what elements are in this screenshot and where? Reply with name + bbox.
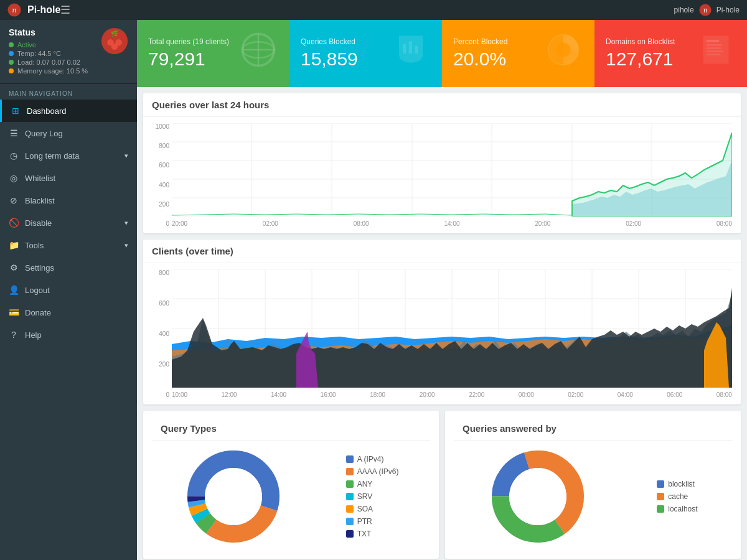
stat-cards: Total queries (19 clients) 79,291 Querie…: [137, 20, 747, 87]
nav-long-term[interactable]: ◷ Long term data ▾: [0, 144, 137, 167]
nav-donate-label: Donate: [25, 308, 51, 317]
memory-dot: [9, 68, 14, 73]
domains-blocklist-value: 127,671: [606, 49, 675, 70]
legend-blocklist: blocklist: [657, 480, 697, 488]
svg-point-68: [205, 468, 262, 525]
queries-blocked-icon: [391, 30, 431, 77]
topbar-pihole-icon: π: [699, 4, 712, 16]
nav-logout[interactable]: 👤 Logout: [0, 279, 137, 301]
queries-answered-legend: blocklist cache localhost: [657, 480, 697, 513]
raspberry-logo: 🌿: [101, 27, 128, 55]
nav-help-label: Help: [25, 330, 42, 340]
nav-help[interactable]: ? Help: [0, 324, 137, 346]
nav-blacklist-label: Blacklist: [25, 196, 55, 205]
query-log-icon: ☰: [9, 128, 19, 138]
legend-srv: SRV: [346, 492, 399, 501]
svg-rect-23: [707, 54, 721, 55]
nav-blacklist[interactable]: ⊘ Blacklist: [0, 189, 137, 212]
bottom-panels: Query Types: [143, 411, 741, 559]
legend-localhost: localhost: [657, 505, 697, 513]
status-active: Active: [9, 41, 88, 49]
stat-percent-blocked: Percent Blocked 20.0%: [442, 20, 594, 87]
queries-answered-title: Queries answered by: [454, 417, 732, 441]
percent-blocked-label: Percent Blocked: [453, 37, 507, 46]
legend-soa: SOA: [346, 505, 399, 513]
total-queries-icon: [238, 30, 278, 77]
logout-icon: 👤: [9, 285, 19, 295]
nav-disable[interactable]: 🚫 Disable ▾: [0, 212, 137, 234]
status-temp: Temp: 44.5 °C: [9, 50, 88, 57]
queries-chart-panel: Queries over last 24 hours 1000800600400…: [143, 93, 741, 233]
legend-any: ANY: [346, 480, 399, 488]
hamburger-icon[interactable]: ☰: [60, 3, 70, 17]
query-types-content: A (IPv4) AAAA (IPv6) ANY SRV: [152, 441, 430, 553]
legend-cache-label: cache: [668, 492, 688, 501]
clients-y-axis: 8006004002000: [152, 269, 172, 398]
pihole-logo-icon: π: [7, 3, 21, 17]
nav-settings-label: Settings: [25, 263, 54, 273]
legend-txt-label: TXT: [357, 530, 372, 538]
clients-chart-svg: [172, 269, 732, 388]
legend-any-label: ANY: [357, 480, 373, 488]
nav-tools[interactable]: 📁 Tools ▾: [0, 234, 137, 256]
nav-query-log[interactable]: ☰ Query Log: [0, 122, 137, 144]
status-memory-label: Memory usage: 10.5 %: [17, 67, 88, 75]
svg-point-73: [509, 468, 566, 525]
temp-dot: [9, 51, 14, 56]
nav-whitelist-label: Whitelist: [25, 174, 55, 183]
top-navbar: π Pi-hole ☰ pihole π Pi-hole: [0, 0, 747, 20]
nav-donate[interactable]: 💳 Donate: [0, 301, 137, 324]
tools-arrow: ▾: [125, 241, 128, 250]
legend-srv-label: SRV: [357, 492, 372, 501]
total-queries-label: Total queries (19 clients): [148, 37, 229, 46]
whitelist-icon: ◎: [9, 173, 19, 183]
topbar-user: pihole: [674, 6, 694, 14]
disable-arrow: ▾: [125, 219, 128, 227]
svg-text:π: π: [703, 7, 707, 14]
nav-disable-label: Disable: [25, 218, 52, 228]
status-active-label: Active: [17, 41, 36, 49]
svg-rect-20: [707, 44, 723, 46]
legend-blocklist-dot: [657, 480, 664, 488]
main-content: Total queries (19 clients) 79,291 Querie…: [137, 20, 747, 560]
legend-cache-dot: [657, 493, 664, 500]
sidebar: Status Active Temp: 44.5 °C Load: 0.07 0…: [0, 20, 137, 560]
nav-dashboard[interactable]: ⊞ Dashboard: [0, 100, 137, 122]
clients-chart-title: Clients (over time): [143, 240, 741, 263]
domains-blocklist-icon: [696, 30, 736, 77]
clients-chart-panel: Clients (over time) 8006004002000: [143, 240, 741, 404]
legend-localhost-dot: [657, 505, 664, 513]
nav-query-log-label: Query Log: [25, 129, 63, 138]
legend-soa-dot: [346, 505, 354, 513]
clients-chart-body: 8006004002000: [143, 263, 741, 404]
percent-blocked-icon: [543, 30, 583, 77]
nav-dashboard-label: Dashboard: [27, 106, 67, 116]
nav-settings[interactable]: ⚙ Settings: [0, 256, 137, 279]
legend-ipv6: AAAA (IPv6): [346, 467, 399, 476]
legend-ipv6-label: AAAA (IPv6): [357, 467, 399, 476]
dashboard-icon: ⊞: [11, 106, 21, 116]
stat-queries-blocked: Queries Blocked 15,859: [289, 20, 442, 87]
sidebar-status: Status Active Temp: 44.5 °C Load: 0.07 0…: [0, 20, 137, 84]
queries-blocked-value: 15,859: [301, 49, 358, 70]
nav-tools-label: Tools: [25, 241, 44, 250]
legend-ptr-dot: [346, 518, 354, 525]
legend-soa-label: SOA: [357, 505, 373, 513]
stat-total-queries: Total queries (19 clients) 79,291: [137, 20, 289, 87]
brand-name: Pi-hole: [27, 4, 60, 16]
svg-rect-14: [409, 41, 412, 54]
legend-ipv4-label: A (IPv4): [357, 455, 384, 464]
legend-localhost-label: localhost: [668, 505, 697, 513]
svg-text:🌿: 🌿: [111, 30, 119, 37]
active-dot: [9, 42, 14, 47]
nav-whitelist[interactable]: ◎ Whitelist: [0, 167, 137, 189]
legend-ptr: PTR: [346, 517, 399, 526]
tools-icon: 📁: [9, 240, 19, 250]
query-types-title: Query Types: [152, 417, 430, 441]
svg-rect-15: [415, 46, 418, 54]
status-load-label: Load: 0.07 0.07 0.02: [17, 58, 80, 66]
queries-chart-body: 10008006004002000: [143, 117, 741, 233]
main-nav: ⊞ Dashboard ☰ Query Log ◷ Long term data…: [0, 100, 137, 346]
nav-logout-label: Logout: [25, 286, 50, 295]
queries-x-axis: 20:0002:0008:0014:0020:0002:0008:00: [172, 219, 732, 227]
